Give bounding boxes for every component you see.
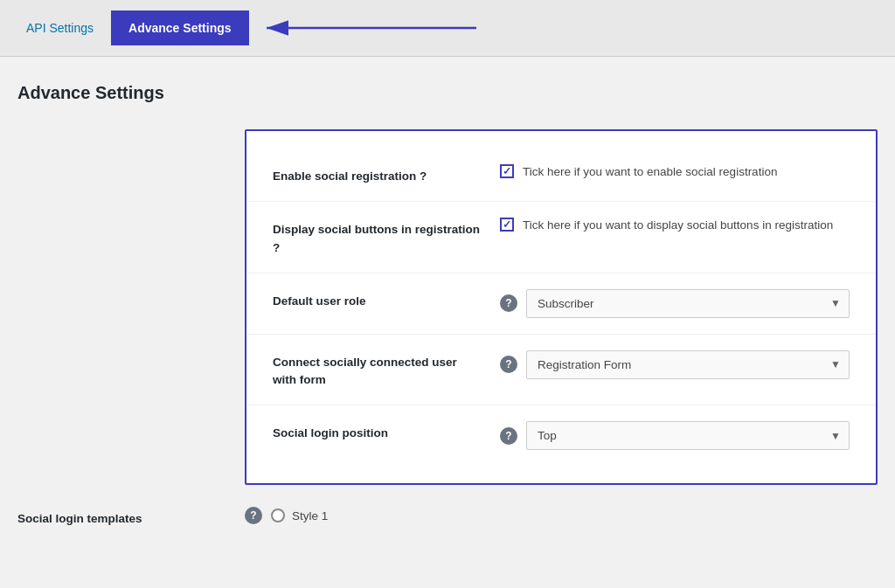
radio-style1[interactable] bbox=[271, 508, 285, 522]
label-social-login-position: Social login position bbox=[273, 421, 500, 442]
field-connect-socially-connected: ? Registration Form Login Form ▼ bbox=[500, 350, 850, 379]
select-wrapper-connect-form: Registration Form Login Form ▼ bbox=[526, 350, 850, 379]
label-connect-socially-connected: Connect socially connected user with for… bbox=[273, 350, 500, 390]
arrow-icon bbox=[258, 16, 485, 40]
tab-advance-settings[interactable]: Advance Settings bbox=[111, 10, 248, 45]
label-col-social-login-templates: Social login templates bbox=[17, 507, 245, 528]
settings-container: Enable social registration ? Tick here i… bbox=[17, 129, 878, 529]
help-icon-connect-form[interactable]: ? bbox=[500, 356, 517, 373]
label-display-social-buttons: Display social buttons in registration ? bbox=[273, 218, 500, 257]
select-default-user-role[interactable]: Subscriber Editor Author Contributor Adm… bbox=[526, 289, 850, 318]
radio-label-style1: Style 1 bbox=[292, 509, 328, 522]
label-enable-social-registration: Enable social registration ? bbox=[273, 164, 500, 185]
checkbox-enable-social-registration[interactable] bbox=[500, 164, 514, 178]
select-login-position[interactable]: Top Bottom bbox=[526, 421, 850, 450]
row-default-user-role: Default user role ? Subscriber Editor Au… bbox=[273, 273, 850, 334]
settings-box: Enable social registration ? Tick here i… bbox=[245, 129, 878, 485]
field-default-user-role: ? Subscriber Editor Author Contributor A… bbox=[500, 289, 850, 318]
field-enable-social-registration: Tick here if you want to enable social r… bbox=[500, 164, 850, 178]
checkbox-display-social-label: Tick here if you want to display social … bbox=[523, 218, 833, 232]
help-icon-user-role[interactable]: ? bbox=[500, 294, 517, 312]
row-social-login-position: Social login position ? Top Bottom bbox=[273, 405, 850, 466]
checkbox-display-social-buttons[interactable] bbox=[500, 218, 514, 232]
select-wrapper-login-position: Top Bottom ▼ bbox=[526, 421, 850, 450]
tab-advance-settings-label: Advance Settings bbox=[128, 21, 231, 35]
radio-wrapper-style1: Style 1 bbox=[271, 508, 328, 522]
help-icon-social-templates[interactable]: ? bbox=[245, 507, 262, 524]
row-enable-social-registration: Enable social registration ? Tick here i… bbox=[273, 149, 850, 201]
row-connect-socially-connected: Connect socially connected user with for… bbox=[273, 335, 850, 405]
tab-bar: API Settings Advance Settings bbox=[0, 0, 895, 57]
help-icon-login-position[interactable]: ? bbox=[500, 427, 517, 445]
tab-arrow bbox=[258, 16, 485, 40]
field-social-login-position: ? Top Bottom ▼ bbox=[500, 421, 850, 450]
settings-layout: Enable social registration ? Tick here i… bbox=[17, 129, 878, 485]
page-title: Advance Settings bbox=[17, 83, 878, 103]
field-display-social-buttons: Tick here if you want to display social … bbox=[500, 218, 850, 232]
label-default-user-role: Default user role bbox=[273, 289, 500, 310]
checkbox-enable-social-label: Tick here if you want to enable social r… bbox=[523, 165, 777, 178]
main-content: Advance Settings Enable social registrat… bbox=[0, 57, 895, 555]
tab-api-settings-label: API Settings bbox=[26, 21, 94, 35]
row-display-social-buttons: Display social buttons in registration ?… bbox=[273, 202, 850, 273]
select-wrapper-user-role: Subscriber Editor Author Contributor Adm… bbox=[526, 289, 850, 318]
select-connect-form[interactable]: Registration Form Login Form bbox=[526, 350, 850, 379]
label-social-login-templates: Social login templates bbox=[17, 512, 142, 525]
bottom-row-social-login-templates: Social login templates ? Style 1 bbox=[17, 485, 878, 528]
tab-api-settings[interactable]: API Settings bbox=[9, 10, 111, 45]
page-wrapper: API Settings Advance Settings Advance Se… bbox=[0, 0, 895, 588]
field-social-login-templates: ? Style 1 bbox=[245, 507, 878, 524]
